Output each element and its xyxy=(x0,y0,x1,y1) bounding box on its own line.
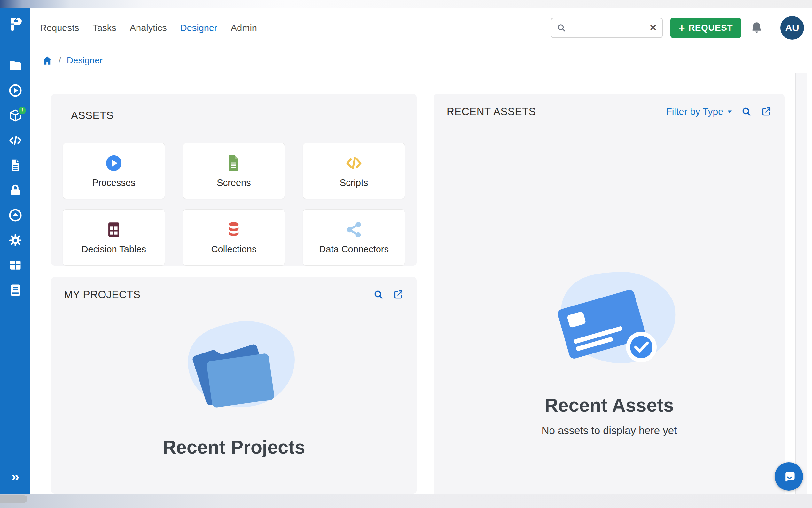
top-header: Requests Tasks Analytics Designer Admin … xyxy=(30,8,812,48)
recent-assets-panel: RECENT ASSETS Filter by Type xyxy=(434,94,784,494)
breadcrumb: / Designer xyxy=(30,48,812,73)
chat-launcher-button[interactable] xyxy=(775,462,803,491)
card-label: Data Connectors xyxy=(319,244,389,255)
card-label: Screens xyxy=(217,177,251,188)
file-icon xyxy=(8,158,22,172)
nav-item-admin[interactable]: Admin xyxy=(231,23,257,33)
recent-assets-tools: Filter by Type xyxy=(666,106,772,117)
card-screens[interactable]: Screens xyxy=(183,143,285,199)
sidebar-item-scripts[interactable] xyxy=(0,128,30,153)
sidebar-icon-list: ! xyxy=(0,53,30,303)
sidebar-item-docs[interactable] xyxy=(0,278,30,303)
recent-assets-illustration xyxy=(534,266,684,394)
recent-assets-empty-title: Recent Assets xyxy=(544,394,674,416)
play-circle-icon xyxy=(8,84,22,97)
external-link-icon xyxy=(761,106,772,117)
card-label: Decision Tables xyxy=(82,244,146,255)
code-icon xyxy=(8,133,22,147)
card-label: Processes xyxy=(92,177,135,188)
recent-assets-empty-subtitle: No assets to display here yet xyxy=(541,424,677,437)
search-icon xyxy=(373,289,384,300)
card-collections[interactable]: Collections xyxy=(183,209,285,265)
user-avatar[interactable]: AU xyxy=(780,16,804,40)
left-column: ASSETS Processes Screens Scripts xyxy=(51,94,417,494)
recent-assets-empty-state: Recent Assets No assets to display here … xyxy=(434,266,784,437)
filter-by-type-dropdown[interactable]: Filter by Type xyxy=(666,106,732,117)
sidebar-item-tables[interactable] xyxy=(0,253,30,278)
my-projects-panel: MY PROJECTS xyxy=(51,277,417,494)
request-button-label: REQUEST xyxy=(688,23,733,33)
plus-icon: + xyxy=(679,23,685,33)
sidebar-item-folder[interactable] xyxy=(0,53,30,78)
window-bottom-gradient xyxy=(0,494,812,508)
filter-by-type-label: Filter by Type xyxy=(666,106,723,117)
sidebar-item-screens[interactable] xyxy=(0,153,30,178)
projects-search-button[interactable] xyxy=(373,289,384,300)
assets-panel: ASSETS Processes Screens Scripts xyxy=(51,94,417,265)
top-navigation: Requests Tasks Analytics Designer Admin xyxy=(40,23,257,33)
search-input[interactable] xyxy=(569,23,647,33)
external-link-icon xyxy=(393,289,404,300)
card-processes[interactable]: Processes xyxy=(63,143,165,199)
sidebar-item-publish[interactable] xyxy=(0,203,30,228)
folder-icon xyxy=(8,58,22,73)
nav-item-tasks[interactable]: Tasks xyxy=(93,23,116,33)
breadcrumb-home-link[interactable] xyxy=(42,55,53,66)
card-decision-tables[interactable]: Decision Tables xyxy=(63,209,165,265)
header-divider xyxy=(772,16,772,39)
recent-assets-search-button[interactable] xyxy=(741,106,752,117)
projects-open-external-button[interactable] xyxy=(393,289,404,300)
double-chevron-icon: » xyxy=(11,468,19,485)
my-projects-tools xyxy=(373,289,404,300)
search-icon xyxy=(557,23,566,33)
sidebar-item-settings[interactable] xyxy=(0,228,30,253)
home-icon xyxy=(42,55,53,66)
sidebar-item-processes[interactable] xyxy=(0,78,30,103)
notifications-button[interactable] xyxy=(750,21,763,35)
table-icon xyxy=(104,220,123,239)
screen: ! xyxy=(0,0,812,508)
nav-item-requests[interactable]: Requests xyxy=(40,23,79,33)
breadcrumb-current: Designer xyxy=(67,55,103,66)
recent-projects-illustration xyxy=(165,318,303,436)
card-label: Scripts xyxy=(340,177,368,188)
right-column: RECENT ASSETS Filter by Type xyxy=(434,94,784,494)
recent-assets-title: RECENT ASSETS xyxy=(446,105,536,118)
card-data-connectors[interactable]: Data Connectors xyxy=(303,209,405,265)
global-search: ✕ xyxy=(551,17,663,38)
new-request-button[interactable]: + REQUEST xyxy=(670,17,741,38)
table-icon xyxy=(8,258,22,272)
share-icon xyxy=(345,220,363,239)
sidebar-item-packages[interactable]: ! xyxy=(0,103,30,128)
asset-cards: Processes Screens Scripts Decision Table… xyxy=(63,143,405,265)
horizontal-scrollbar[interactable] xyxy=(0,495,28,503)
sidebar-footer: » xyxy=(0,459,30,494)
nav-item-analytics[interactable]: Analytics xyxy=(130,23,167,33)
sidebar: ! xyxy=(0,8,30,494)
sidebar-item-security[interactable] xyxy=(0,178,30,203)
caret-down-icon xyxy=(727,110,732,114)
vertical-scrollbar[interactable] xyxy=(795,73,807,494)
recent-assets-header: RECENT ASSETS Filter by Type xyxy=(434,94,784,118)
lock-icon xyxy=(8,183,22,197)
play-circle-icon xyxy=(104,154,123,172)
package-alert-badge: ! xyxy=(18,106,27,115)
search-clear-icon[interactable]: ✕ xyxy=(649,24,657,32)
app-logo[interactable] xyxy=(0,8,30,38)
sidebar-expand-button[interactable]: » xyxy=(0,459,30,494)
projects-empty-title: Recent Projects xyxy=(163,436,305,458)
assets-panel-title: ASSETS xyxy=(71,110,405,122)
breadcrumb-separator: / xyxy=(58,55,61,66)
nav-item-designer[interactable]: Designer xyxy=(180,23,218,33)
my-projects-header: MY PROJECTS xyxy=(51,277,417,301)
document-icon xyxy=(225,154,243,172)
recent-assets-open-external-button[interactable] xyxy=(761,106,772,117)
card-scripts[interactable]: Scripts xyxy=(303,143,405,199)
my-projects-title: MY PROJECTS xyxy=(64,289,141,301)
bell-icon xyxy=(750,21,763,35)
header-actions: ✕ + REQUEST AU xyxy=(551,16,804,40)
gear-icon xyxy=(8,233,22,247)
search-icon xyxy=(741,106,752,117)
book-icon xyxy=(8,283,22,297)
main-content: ASSETS Processes Screens Scripts xyxy=(30,73,812,494)
